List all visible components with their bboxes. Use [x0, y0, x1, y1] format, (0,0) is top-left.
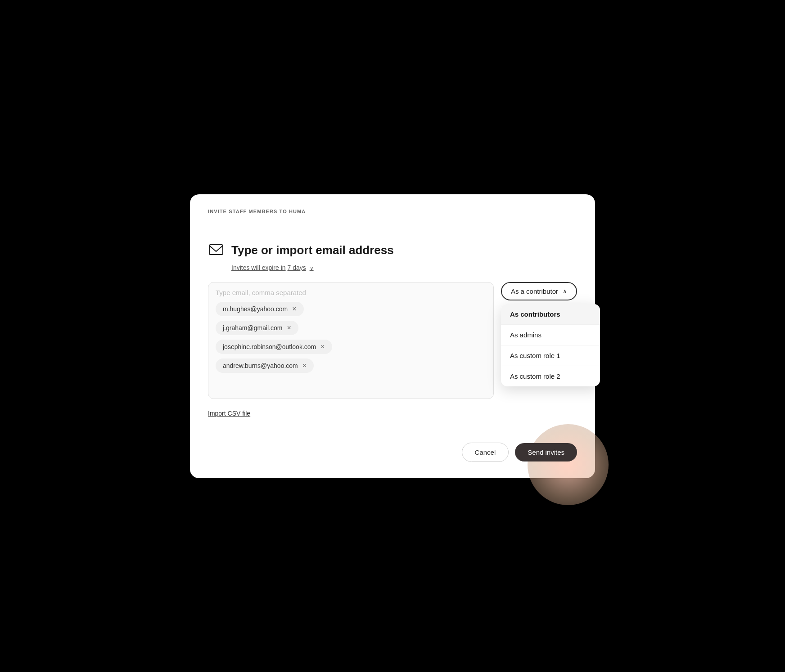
- email-tag-address: josephine.robinson@outlook.com: [223, 343, 316, 350]
- email-tag-remove-button[interactable]: ×: [287, 324, 291, 332]
- email-input-area[interactable]: Type email, comma separated m.hughes@yah…: [208, 282, 494, 399]
- email-tag-address: j.graham@gmail.com: [223, 324, 282, 332]
- role-dropdown-menu: As contributors As admins As custom role…: [501, 304, 600, 386]
- send-invites-button[interactable]: Send invites: [515, 443, 577, 461]
- email-input-placeholder: Type email, comma separated: [216, 289, 486, 296]
- svg-rect-0: [209, 245, 223, 255]
- email-tag-address: andrew.burns@yahoo.com: [223, 362, 298, 369]
- import-csv-link[interactable]: Import CSV file: [208, 410, 250, 417]
- expiry-chevron-icon: ∨: [310, 265, 314, 271]
- email-tag-remove-button[interactable]: ×: [302, 362, 307, 369]
- email-tag-remove-button[interactable]: ×: [292, 305, 296, 313]
- dropdown-item-custom-role-1[interactable]: As custom role 1: [501, 345, 600, 366]
- dropdown-item-custom-role-2[interactable]: As custom role 2: [501, 366, 600, 386]
- modal-title: INVITE STAFF MEMBERS TO HUMA: [208, 209, 306, 214]
- dropdown-item-contributors[interactable]: As contributors: [501, 304, 600, 325]
- email-tag-address: m.hughes@yahoo.com: [223, 305, 288, 313]
- decorative-glow: [528, 424, 609, 505]
- role-button-label: As a contributor: [511, 287, 558, 295]
- email-tag-remove-button[interactable]: ×: [320, 343, 325, 350]
- email-tag: andrew.burns@yahoo.com ×: [216, 358, 314, 373]
- role-dropdown-button[interactable]: As a contributor ∧: [501, 282, 577, 300]
- role-dropdown-wrapper: As a contributor ∧ As contributors As ad…: [501, 282, 577, 300]
- email-tag: josephine.robinson@outlook.com ×: [216, 340, 332, 354]
- cancel-button[interactable]: Cancel: [462, 443, 509, 462]
- email-tag: j.graham@gmail.com ×: [216, 321, 298, 335]
- chevron-up-icon: ∧: [563, 288, 567, 295]
- email-tags-list: m.hughes@yahoo.com × j.graham@gmail.com …: [216, 302, 486, 373]
- email-icon: [208, 242, 224, 259]
- email-tag: m.hughes@yahoo.com ×: [216, 302, 304, 316]
- expiry-row: Invites will expire in 7 days ∨: [208, 264, 577, 271]
- email-section-heading: Type or import email address: [231, 243, 394, 257]
- dropdown-item-admins[interactable]: As admins: [501, 325, 600, 345]
- expiry-value[interactable]: 7 days: [288, 264, 306, 271]
